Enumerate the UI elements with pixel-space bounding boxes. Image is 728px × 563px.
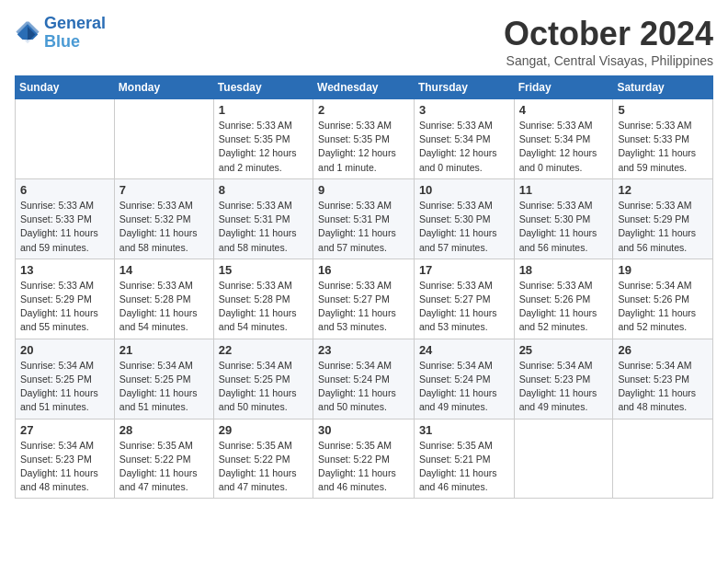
logo-text: GeneralBlue (44, 15, 106, 52)
calendar-cell: 10Sunrise: 5:33 AMSunset: 5:30 PMDayligh… (414, 178, 514, 259)
calendar-week-row: 27Sunrise: 5:34 AMSunset: 5:23 PMDayligh… (16, 419, 713, 499)
day-info: Sunrise: 5:34 AMSunset: 5:25 PMDaylight:… (20, 359, 109, 415)
weekday-header: Saturday (613, 76, 713, 99)
calendar-cell: 25Sunrise: 5:34 AMSunset: 5:23 PMDayligh… (514, 339, 613, 419)
day-info: Sunrise: 5:35 AMSunset: 5:21 PMDaylight:… (419, 439, 509, 495)
day-number: 23 (318, 343, 409, 357)
calendar-cell: 5Sunrise: 5:33 AMSunset: 5:33 PMDaylight… (613, 99, 713, 179)
day-number: 10 (419, 183, 509, 197)
calendar-cell: 16Sunrise: 5:33 AMSunset: 5:27 PMDayligh… (313, 259, 415, 339)
calendar-cell: 15Sunrise: 5:33 AMSunset: 5:28 PMDayligh… (213, 259, 313, 339)
logo: GeneralBlue (15, 15, 106, 52)
day-info: Sunrise: 5:33 AMSunset: 5:27 PMDaylight:… (419, 279, 509, 335)
day-number: 21 (119, 343, 209, 357)
calendar-week-row: 20Sunrise: 5:34 AMSunset: 5:25 PMDayligh… (16, 339, 713, 419)
calendar-cell: 23Sunrise: 5:34 AMSunset: 5:24 PMDayligh… (313, 339, 415, 419)
day-info: Sunrise: 5:35 AMSunset: 5:22 PMDaylight:… (318, 439, 409, 495)
calendar-cell: 27Sunrise: 5:34 AMSunset: 5:23 PMDayligh… (16, 419, 115, 499)
day-info: Sunrise: 5:33 AMSunset: 5:31 PMDaylight:… (318, 199, 409, 255)
day-info: Sunrise: 5:34 AMSunset: 5:24 PMDaylight:… (419, 359, 509, 415)
calendar-cell: 8Sunrise: 5:33 AMSunset: 5:31 PMDaylight… (213, 178, 313, 259)
title-block: October 2024 Sangat, Central Visayas, Ph… (504, 15, 713, 68)
day-number: 5 (618, 103, 708, 117)
calendar-cell: 24Sunrise: 5:34 AMSunset: 5:24 PMDayligh… (414, 339, 514, 419)
day-info: Sunrise: 5:33 AMSunset: 5:26 PMDaylight:… (519, 279, 609, 335)
calendar-cell: 18Sunrise: 5:33 AMSunset: 5:26 PMDayligh… (514, 259, 613, 339)
day-info: Sunrise: 5:33 AMSunset: 5:30 PMDaylight:… (419, 199, 509, 255)
day-info: Sunrise: 5:33 AMSunset: 5:28 PMDaylight:… (219, 279, 308, 335)
day-info: Sunrise: 5:34 AMSunset: 5:24 PMDaylight:… (318, 359, 409, 415)
calendar-cell: 29Sunrise: 5:35 AMSunset: 5:22 PMDayligh… (213, 419, 313, 499)
day-info: Sunrise: 5:33 AMSunset: 5:35 PMDaylight:… (318, 119, 409, 175)
day-number: 11 (519, 183, 609, 197)
day-info: Sunrise: 5:33 AMSunset: 5:34 PMDaylight:… (519, 119, 609, 175)
calendar-cell: 17Sunrise: 5:33 AMSunset: 5:27 PMDayligh… (414, 259, 514, 339)
calendar-cell: 11Sunrise: 5:33 AMSunset: 5:30 PMDayligh… (514, 178, 613, 259)
day-number: 1 (219, 103, 308, 117)
day-info: Sunrise: 5:34 AMSunset: 5:23 PMDaylight:… (20, 439, 109, 495)
day-info: Sunrise: 5:33 AMSunset: 5:29 PMDaylight:… (20, 279, 109, 335)
day-info: Sunrise: 5:35 AMSunset: 5:22 PMDaylight:… (219, 439, 308, 495)
day-number: 8 (219, 183, 308, 197)
day-info: Sunrise: 5:34 AMSunset: 5:23 PMDaylight:… (519, 359, 609, 415)
day-info: Sunrise: 5:34 AMSunset: 5:25 PMDaylight:… (219, 359, 308, 415)
day-number: 13 (20, 263, 109, 277)
day-number: 22 (219, 343, 308, 357)
calendar-cell: 6Sunrise: 5:33 AMSunset: 5:33 PMDaylight… (16, 178, 115, 259)
calendar-cell (514, 419, 613, 499)
calendar-cell: 30Sunrise: 5:35 AMSunset: 5:22 PMDayligh… (313, 419, 415, 499)
month-title: October 2024 (504, 15, 713, 53)
day-info: Sunrise: 5:34 AMSunset: 5:26 PMDaylight:… (618, 279, 708, 335)
day-info: Sunrise: 5:33 AMSunset: 5:34 PMDaylight:… (419, 119, 509, 175)
calendar-cell: 13Sunrise: 5:33 AMSunset: 5:29 PMDayligh… (16, 259, 115, 339)
weekday-header: Wednesday (313, 76, 415, 99)
day-info: Sunrise: 5:34 AMSunset: 5:25 PMDaylight:… (119, 359, 209, 415)
calendar-cell: 26Sunrise: 5:34 AMSunset: 5:23 PMDayligh… (613, 339, 713, 419)
calendar-cell: 31Sunrise: 5:35 AMSunset: 5:21 PMDayligh… (414, 419, 514, 499)
day-number: 20 (20, 343, 109, 357)
calendar-cell: 21Sunrise: 5:34 AMSunset: 5:25 PMDayligh… (114, 339, 213, 419)
calendar-cell: 7Sunrise: 5:33 AMSunset: 5:32 PMDaylight… (114, 178, 213, 259)
calendar-cell: 3Sunrise: 5:33 AMSunset: 5:34 PMDaylight… (414, 99, 514, 179)
day-number: 17 (419, 263, 509, 277)
calendar-cell (114, 99, 213, 179)
calendar-cell (16, 99, 115, 179)
calendar-table: SundayMondayTuesdayWednesdayThursdayFrid… (15, 75, 713, 499)
location-title: Sangat, Central Visayas, Philippines (504, 53, 713, 68)
day-number: 7 (119, 183, 209, 197)
day-number: 25 (519, 343, 609, 357)
day-number: 30 (318, 423, 409, 437)
calendar-cell: 20Sunrise: 5:34 AMSunset: 5:25 PMDayligh… (16, 339, 115, 419)
day-number: 24 (419, 343, 509, 357)
day-info: Sunrise: 5:33 AMSunset: 5:35 PMDaylight:… (219, 119, 308, 175)
calendar-week-row: 13Sunrise: 5:33 AMSunset: 5:29 PMDayligh… (16, 259, 713, 339)
weekday-header: Tuesday (213, 76, 313, 99)
day-number: 29 (219, 423, 308, 437)
day-number: 16 (318, 263, 409, 277)
day-number: 12 (618, 183, 708, 197)
day-number: 4 (519, 103, 609, 117)
day-number: 9 (318, 183, 409, 197)
day-number: 3 (419, 103, 509, 117)
day-info: Sunrise: 5:33 AMSunset: 5:28 PMDaylight:… (119, 279, 209, 335)
day-info: Sunrise: 5:33 AMSunset: 5:30 PMDaylight:… (519, 199, 609, 255)
day-info: Sunrise: 5:33 AMSunset: 5:32 PMDaylight:… (119, 199, 209, 255)
day-info: Sunrise: 5:33 AMSunset: 5:33 PMDaylight:… (20, 199, 109, 255)
weekday-header: Monday (114, 76, 213, 99)
day-number: 27 (20, 423, 109, 437)
day-number: 31 (419, 423, 509, 437)
day-info: Sunrise: 5:33 AMSunset: 5:29 PMDaylight:… (618, 199, 708, 255)
day-number: 18 (519, 263, 609, 277)
calendar-cell: 28Sunrise: 5:35 AMSunset: 5:22 PMDayligh… (114, 419, 213, 499)
day-number: 19 (618, 263, 708, 277)
day-number: 28 (119, 423, 209, 437)
weekday-header: Friday (514, 76, 613, 99)
weekday-header: Thursday (414, 76, 514, 99)
calendar-cell (613, 419, 713, 499)
calendar-cell: 22Sunrise: 5:34 AMSunset: 5:25 PMDayligh… (213, 339, 313, 419)
day-number: 15 (219, 263, 308, 277)
day-info: Sunrise: 5:33 AMSunset: 5:31 PMDaylight:… (219, 199, 308, 255)
day-number: 26 (618, 343, 708, 357)
weekday-header-row: SundayMondayTuesdayWednesdayThursdayFrid… (16, 76, 713, 99)
calendar-cell: 19Sunrise: 5:34 AMSunset: 5:26 PMDayligh… (613, 259, 713, 339)
